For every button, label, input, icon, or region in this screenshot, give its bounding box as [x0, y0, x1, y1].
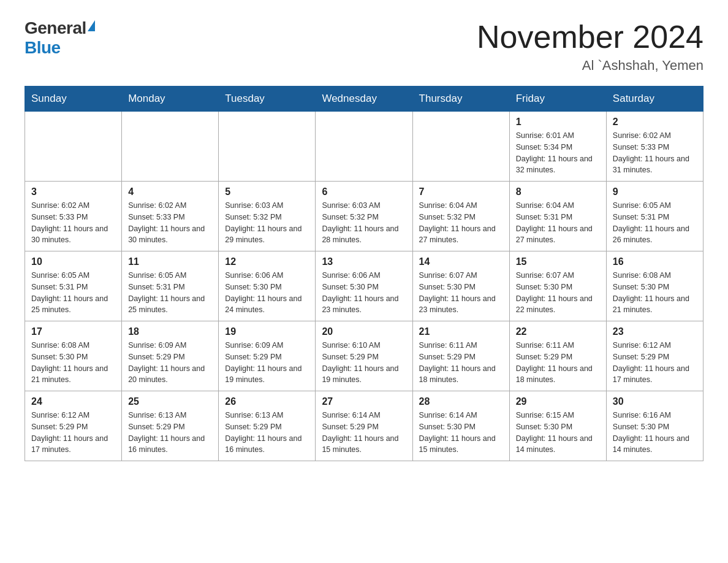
day-cell: 1Sunrise: 6:01 AM Sunset: 5:34 PM Daylig… [509, 112, 606, 182]
day-number: 1 [516, 117, 600, 128]
day-info: Sunrise: 6:02 AM Sunset: 5:33 PM Dayligh… [613, 130, 697, 176]
day-cell: 13Sunrise: 6:06 AM Sunset: 5:30 PM Dayli… [316, 251, 412, 321]
day-info: Sunrise: 6:06 AM Sunset: 5:30 PM Dayligh… [322, 270, 406, 316]
day-header-tuesday: Tuesday [219, 86, 316, 112]
day-cell: 18Sunrise: 6:09 AM Sunset: 5:29 PM Dayli… [122, 321, 219, 391]
day-cell [412, 112, 509, 182]
day-number: 22 [516, 326, 600, 337]
day-info: Sunrise: 6:03 AM Sunset: 5:32 PM Dayligh… [225, 200, 309, 246]
day-number: 8 [516, 186, 600, 197]
day-info: Sunrise: 6:10 AM Sunset: 5:29 PM Dayligh… [322, 340, 406, 386]
day-cell: 29Sunrise: 6:15 AM Sunset: 5:30 PM Dayli… [509, 391, 606, 461]
week-row-5: 24Sunrise: 6:12 AM Sunset: 5:29 PM Dayli… [25, 391, 703, 461]
day-cell: 10Sunrise: 6:05 AM Sunset: 5:31 PM Dayli… [25, 251, 122, 321]
day-cell: 22Sunrise: 6:11 AM Sunset: 5:29 PM Dayli… [509, 321, 606, 391]
day-info: Sunrise: 6:09 AM Sunset: 5:29 PM Dayligh… [225, 340, 309, 386]
day-number: 20 [322, 326, 406, 337]
day-number: 15 [516, 256, 600, 267]
day-cell: 24Sunrise: 6:12 AM Sunset: 5:29 PM Dayli… [25, 391, 122, 461]
day-cell: 21Sunrise: 6:11 AM Sunset: 5:29 PM Dayli… [412, 321, 509, 391]
day-info: Sunrise: 6:05 AM Sunset: 5:31 PM Dayligh… [128, 270, 212, 316]
day-number: 21 [419, 326, 503, 337]
day-number: 13 [322, 256, 406, 267]
logo: General Blue [25, 18, 95, 58]
day-number: 27 [322, 396, 406, 407]
week-row-3: 10Sunrise: 6:05 AM Sunset: 5:31 PM Dayli… [25, 251, 703, 321]
title-block: November 2024 Al `Ashshah, Yemen [477, 18, 703, 74]
week-row-2: 3Sunrise: 6:02 AM Sunset: 5:33 PM Daylig… [25, 182, 703, 251]
day-number: 11 [128, 256, 212, 267]
day-cell: 5Sunrise: 6:03 AM Sunset: 5:32 PM Daylig… [219, 182, 316, 251]
day-info: Sunrise: 6:12 AM Sunset: 5:29 PM Dayligh… [613, 340, 697, 386]
day-info: Sunrise: 6:05 AM Sunset: 5:31 PM Dayligh… [31, 270, 115, 316]
day-info: Sunrise: 6:12 AM Sunset: 5:29 PM Dayligh… [31, 410, 115, 456]
logo-general-text: General [25, 18, 86, 38]
day-headers-row: SundayMondayTuesdayWednesdayThursdayFrid… [25, 86, 703, 112]
day-number: 25 [128, 396, 212, 407]
day-cell: 15Sunrise: 6:07 AM Sunset: 5:30 PM Dayli… [509, 251, 606, 321]
day-cell: 2Sunrise: 6:02 AM Sunset: 5:33 PM Daylig… [606, 112, 703, 182]
day-cell: 19Sunrise: 6:09 AM Sunset: 5:29 PM Dayli… [219, 321, 316, 391]
logo-blue-text: Blue [25, 38, 61, 58]
day-number: 24 [31, 396, 115, 407]
day-cell: 26Sunrise: 6:13 AM Sunset: 5:29 PM Dayli… [219, 391, 316, 461]
day-cell: 27Sunrise: 6:14 AM Sunset: 5:29 PM Dayli… [316, 391, 412, 461]
day-info: Sunrise: 6:11 AM Sunset: 5:29 PM Dayligh… [516, 340, 600, 386]
day-cell: 8Sunrise: 6:04 AM Sunset: 5:31 PM Daylig… [509, 182, 606, 251]
day-number: 28 [419, 396, 503, 407]
day-info: Sunrise: 6:13 AM Sunset: 5:29 PM Dayligh… [128, 410, 212, 456]
day-cell: 3Sunrise: 6:02 AM Sunset: 5:33 PM Daylig… [25, 182, 122, 251]
day-info: Sunrise: 6:02 AM Sunset: 5:33 PM Dayligh… [31, 200, 115, 246]
day-header-friday: Friday [509, 86, 606, 112]
calendar-subtitle: Al `Ashshah, Yemen [477, 58, 703, 74]
day-cell: 20Sunrise: 6:10 AM Sunset: 5:29 PM Dayli… [316, 321, 412, 391]
day-info: Sunrise: 6:16 AM Sunset: 5:30 PM Dayligh… [613, 410, 697, 456]
day-number: 2 [613, 117, 697, 128]
page-header: General Blue November 2024 Al `Ashshah, … [25, 18, 703, 74]
day-info: Sunrise: 6:04 AM Sunset: 5:31 PM Dayligh… [516, 200, 600, 246]
day-number: 10 [31, 256, 115, 267]
day-header-monday: Monday [122, 86, 219, 112]
day-cell: 14Sunrise: 6:07 AM Sunset: 5:30 PM Dayli… [412, 251, 509, 321]
day-number: 7 [419, 186, 503, 197]
day-number: 18 [128, 326, 212, 337]
day-info: Sunrise: 6:04 AM Sunset: 5:32 PM Dayligh… [419, 200, 503, 246]
day-cell: 12Sunrise: 6:06 AM Sunset: 5:30 PM Dayli… [219, 251, 316, 321]
logo-triangle-icon [88, 20, 95, 31]
day-info: Sunrise: 6:02 AM Sunset: 5:33 PM Dayligh… [128, 200, 212, 246]
day-info: Sunrise: 6:03 AM Sunset: 5:32 PM Dayligh… [322, 200, 406, 246]
day-cell: 11Sunrise: 6:05 AM Sunset: 5:31 PM Dayli… [122, 251, 219, 321]
day-info: Sunrise: 6:07 AM Sunset: 5:30 PM Dayligh… [419, 270, 503, 316]
day-number: 14 [419, 256, 503, 267]
day-info: Sunrise: 6:05 AM Sunset: 5:31 PM Dayligh… [613, 200, 697, 246]
day-number: 23 [613, 326, 697, 337]
day-info: Sunrise: 6:11 AM Sunset: 5:29 PM Dayligh… [419, 340, 503, 386]
day-cell: 17Sunrise: 6:08 AM Sunset: 5:30 PM Dayli… [25, 321, 122, 391]
day-number: 5 [225, 186, 309, 197]
day-cell: 16Sunrise: 6:08 AM Sunset: 5:30 PM Dayli… [606, 251, 703, 321]
day-info: Sunrise: 6:06 AM Sunset: 5:30 PM Dayligh… [225, 270, 309, 316]
day-info: Sunrise: 6:07 AM Sunset: 5:30 PM Dayligh… [516, 270, 600, 316]
day-number: 16 [613, 256, 697, 267]
day-header-saturday: Saturday [606, 86, 703, 112]
day-info: Sunrise: 6:09 AM Sunset: 5:29 PM Dayligh… [128, 340, 212, 386]
day-header-wednesday: Wednesday [316, 86, 412, 112]
day-cell: 28Sunrise: 6:14 AM Sunset: 5:30 PM Dayli… [412, 391, 509, 461]
day-number: 4 [128, 186, 212, 197]
day-cell: 7Sunrise: 6:04 AM Sunset: 5:32 PM Daylig… [412, 182, 509, 251]
day-info: Sunrise: 6:14 AM Sunset: 5:30 PM Dayligh… [419, 410, 503, 456]
day-info: Sunrise: 6:01 AM Sunset: 5:34 PM Dayligh… [516, 130, 600, 176]
day-number: 17 [31, 326, 115, 337]
day-number: 26 [225, 396, 309, 407]
day-cell: 6Sunrise: 6:03 AM Sunset: 5:32 PM Daylig… [316, 182, 412, 251]
day-cell [25, 112, 122, 182]
week-row-4: 17Sunrise: 6:08 AM Sunset: 5:30 PM Dayli… [25, 321, 703, 391]
day-number: 3 [31, 186, 115, 197]
day-cell: 30Sunrise: 6:16 AM Sunset: 5:30 PM Dayli… [606, 391, 703, 461]
day-info: Sunrise: 6:15 AM Sunset: 5:30 PM Dayligh… [516, 410, 600, 456]
day-info: Sunrise: 6:08 AM Sunset: 5:30 PM Dayligh… [31, 340, 115, 386]
day-cell [122, 112, 219, 182]
day-info: Sunrise: 6:08 AM Sunset: 5:30 PM Dayligh… [613, 270, 697, 316]
day-number: 12 [225, 256, 309, 267]
day-cell: 23Sunrise: 6:12 AM Sunset: 5:29 PM Dayli… [606, 321, 703, 391]
